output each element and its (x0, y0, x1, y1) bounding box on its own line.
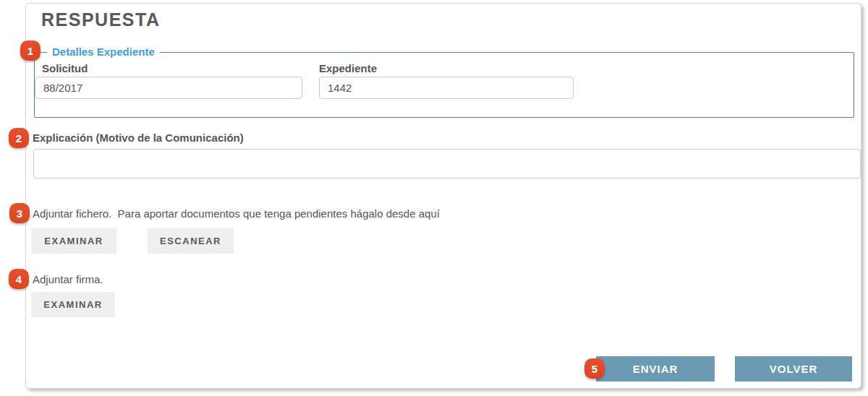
annotation-badge-4: 4 (9, 269, 29, 289)
attach-signature-label: Adjuntar firma. (33, 273, 103, 285)
expediente-input[interactable] (319, 77, 574, 99)
explanation-input[interactable] (33, 149, 861, 178)
annotation-badge-5: 5 (584, 358, 605, 379)
send-button[interactable]: ENVIAR (596, 356, 715, 382)
attach-signature-examine-button[interactable]: EXAMINAR (31, 292, 115, 317)
attach-file-examine-button[interactable]: EXAMINAR (31, 228, 116, 254)
expediente-details-legend: Detalles Expediente (47, 46, 160, 58)
expediente-label: Expediente (319, 62, 377, 74)
solicitud-label: Solicitud (42, 62, 88, 74)
explanation-label: Explicación (Motivo de la Comunicación) (33, 132, 244, 144)
annotation-badge-2: 2 (9, 128, 29, 148)
annotation-badge-3: 3 (9, 203, 30, 223)
page-title: RESPUESTA (41, 9, 160, 30)
solicitud-input[interactable] (35, 77, 302, 99)
attach-file-scan-button[interactable]: ESCANEAR (148, 228, 234, 254)
attach-file-label: Adjuntar fichero. Para aportar documento… (33, 207, 440, 220)
annotation-badge-1: 1 (20, 40, 41, 61)
back-button[interactable]: VOLVER (735, 356, 852, 382)
response-form-card: RESPUESTA Detalles Expediente Solicitud … (25, 3, 861, 389)
